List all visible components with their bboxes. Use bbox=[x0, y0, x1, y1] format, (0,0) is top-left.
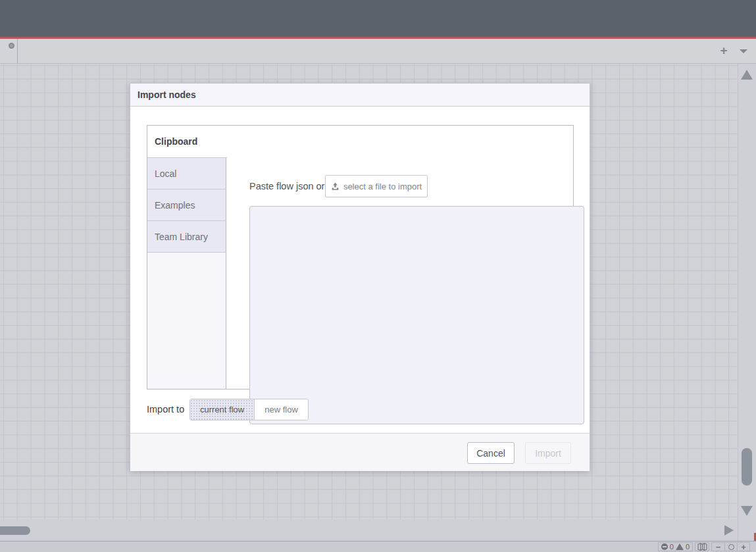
import-to-current-flow-button[interactable]: current flow bbox=[190, 399, 255, 420]
horizontal-scroll-track[interactable] bbox=[0, 520, 738, 541]
scroll-down-icon[interactable] bbox=[741, 506, 753, 516]
select-file-button[interactable]: select a file to import bbox=[325, 175, 428, 197]
error-count: 0 bbox=[670, 543, 674, 551]
scroll-up-icon[interactable] bbox=[741, 70, 753, 80]
import-button[interactable]: Import bbox=[525, 442, 571, 464]
scroll-right-icon[interactable] bbox=[724, 525, 734, 536]
tab-clipboard[interactable]: Clipboard bbox=[147, 126, 227, 158]
flow-json-input[interactable] bbox=[249, 206, 584, 424]
flow-list-button chevron-down-icon[interactable] bbox=[740, 49, 747, 53]
map-icon bbox=[697, 543, 707, 551]
zoom-controls: − + bbox=[711, 542, 750, 551]
zoom-in-icon: + bbox=[741, 543, 746, 551]
select-file-label: select a file to import bbox=[343, 182, 422, 191]
zoom-out-icon: − bbox=[716, 543, 721, 551]
import-to-label: Import to bbox=[147, 399, 184, 420]
add-flow-button[interactable]: + bbox=[716, 39, 732, 63]
zoom-in-button[interactable]: + bbox=[737, 543, 749, 551]
zoom-out-button[interactable]: − bbox=[712, 543, 724, 551]
tab-local[interactable]: Local bbox=[147, 158, 226, 189]
workspace-tabbar: + bbox=[0, 39, 756, 64]
import-nodes-dialog: Import nodes Clipboard Local Examples Te… bbox=[130, 83, 590, 471]
zoom-reset-icon bbox=[728, 544, 734, 550]
tab-examples[interactable]: Examples bbox=[147, 189, 226, 221]
import-target-toggle: current flow new flow bbox=[189, 399, 309, 420]
lint-status-box[interactable]: 0 0 bbox=[658, 542, 693, 551]
flow-tab-stub[interactable] bbox=[0, 39, 18, 63]
import-source-panel: Clipboard Local Examples Team Library Pa… bbox=[147, 125, 574, 389]
workspace-statusbar: 0 0 − + bbox=[0, 541, 756, 552]
vertical-scrollbar-thumb[interactable] bbox=[742, 448, 752, 486]
dialog-footer: Cancel Import bbox=[130, 433, 590, 471]
warning-count: 0 bbox=[686, 543, 690, 551]
plus-icon: + bbox=[720, 43, 727, 57]
import-source-tabs: Clipboard Local Examples Team Library bbox=[147, 126, 226, 389]
app-header bbox=[0, 0, 756, 37]
paste-flow-label: Paste flow json or bbox=[249, 175, 324, 197]
error-icon bbox=[661, 543, 668, 550]
import-to-new-flow-button[interactable]: new flow bbox=[255, 399, 308, 420]
zoom-reset-button[interactable] bbox=[724, 543, 737, 551]
warning-icon bbox=[676, 543, 684, 550]
dialog-title: Import nodes bbox=[130, 84, 590, 107]
upload-icon bbox=[331, 182, 340, 191]
cancel-button[interactable]: Cancel bbox=[467, 442, 515, 464]
horizontal-scrollbar-thumb[interactable] bbox=[0, 526, 30, 535]
tab-team-library[interactable]: Team Library bbox=[147, 221, 226, 253]
navigator-button[interactable] bbox=[695, 542, 709, 551]
flow-tab-icon bbox=[9, 43, 14, 49]
